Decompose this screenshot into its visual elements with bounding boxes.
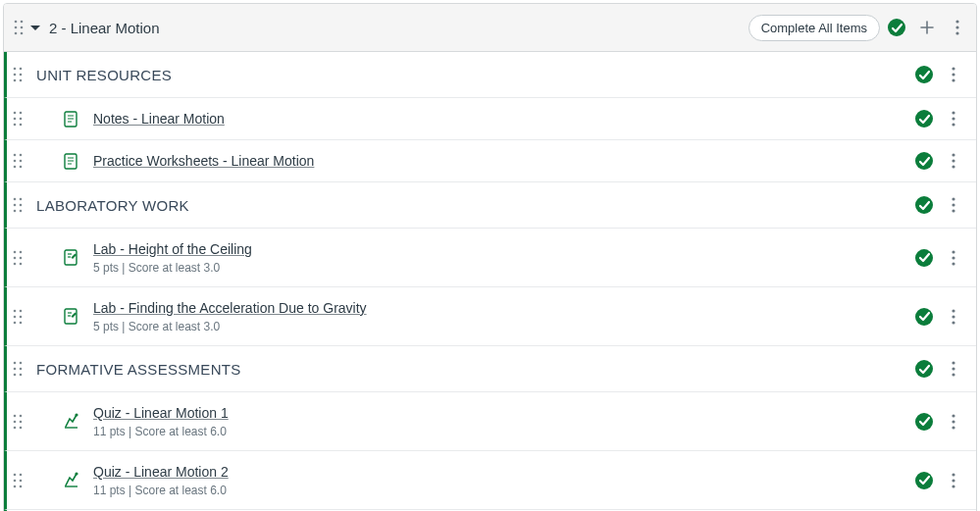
row-options-menu[interactable] [945, 360, 962, 378]
module-container: 2 - Linear Motion Complete All Items UNI… [3, 3, 977, 511]
drag-handle-icon[interactable] [7, 110, 25, 128]
page-icon [58, 111, 83, 128]
complete-badge [915, 152, 933, 170]
subheader-label: LABORATORY WORK [25, 197, 189, 214]
row-actions [915, 196, 966, 214]
drag-handle-icon[interactable] [7, 66, 25, 83]
row-actions [915, 360, 966, 378]
collapse-toggle[interactable] [27, 22, 43, 33]
module-item: Lab - Finding the Acceleration Due to Gr… [4, 287, 976, 346]
row-actions [915, 472, 966, 489]
row-options-menu[interactable] [945, 152, 962, 170]
item-meta: 5 pts | Score at least 3.0 [93, 261, 915, 275]
module-complete-badge [888, 19, 905, 36]
drag-handle-icon[interactable] [7, 472, 25, 489]
module-header-actions: Complete All Items [748, 14, 966, 41]
drag-handle-icon[interactable] [7, 249, 25, 267]
row-options-menu[interactable] [945, 472, 962, 489]
subheader-row: FORMATIVE ASSESSMENTS [4, 346, 976, 392]
module-item: Practice Worksheets - Linear Motion [4, 140, 976, 182]
complete-badge [915, 249, 933, 267]
complete-badge [915, 196, 933, 214]
drag-handle-icon[interactable] [7, 196, 25, 214]
complete-badge [915, 308, 933, 326]
item-meta: 11 pts | Score at least 6.0 [93, 425, 915, 438]
complete-badge [915, 472, 933, 489]
subheader-label: UNIT RESOURCES [25, 67, 172, 83]
row-actions [915, 152, 966, 170]
quiz-icon [58, 472, 83, 488]
complete-badge [915, 413, 933, 431]
item-meta: 11 pts | Score at least 6.0 [93, 484, 915, 497]
complete-badge [915, 360, 933, 378]
item-title-link[interactable]: Quiz - Linear Motion 2 [93, 464, 229, 480]
row-options-menu[interactable] [945, 413, 962, 431]
row-actions [915, 413, 966, 431]
page-icon [58, 153, 83, 170]
module-item: Quiz - Linear Motion 1 11 pts | Score at… [4, 392, 976, 451]
drag-handle-icon[interactable] [10, 19, 27, 36]
drag-handle-icon[interactable] [7, 360, 25, 378]
drag-handle-icon[interactable] [7, 413, 25, 431]
row-options-menu[interactable] [945, 196, 962, 214]
module-header: 2 - Linear Motion Complete All Items [4, 4, 976, 52]
row-options-menu[interactable] [945, 66, 962, 83]
module-item: Quiz - Linear Motion 2 11 pts | Score at… [4, 451, 976, 510]
assignment-icon [58, 249, 83, 266]
assignment-icon [58, 308, 83, 325]
row-options-menu[interactable] [945, 110, 962, 128]
row-actions [915, 249, 966, 267]
complete-badge [915, 110, 933, 128]
subheader-row: LABORATORY WORK [4, 182, 976, 229]
module-body: UNIT RESOURCES Notes - Linear Motion [4, 52, 976, 511]
module-item: Lab - Height of the Ceiling 5 pts | Scor… [4, 229, 976, 287]
quiz-icon [58, 413, 83, 430]
module-item: Notes - Linear Motion [4, 98, 976, 140]
item-title-link[interactable]: Lab - Finding the Acceleration Due to Gr… [93, 300, 367, 316]
module-options-menu[interactable] [949, 19, 966, 36]
row-options-menu[interactable] [945, 308, 962, 326]
add-item-button[interactable] [913, 14, 941, 41]
complete-badge [915, 66, 933, 83]
drag-handle-icon[interactable] [7, 308, 25, 326]
item-title-link[interactable]: Practice Worksheets - Linear Motion [93, 153, 314, 169]
item-title-link[interactable]: Lab - Height of the Ceiling [93, 241, 252, 257]
row-options-menu[interactable] [945, 249, 962, 267]
complete-all-button[interactable]: Complete All Items [748, 15, 880, 41]
item-title-link[interactable]: Notes - Linear Motion [93, 111, 225, 127]
item-meta: 5 pts | Score at least 3.0 [93, 320, 915, 333]
item-title-link[interactable]: Quiz - Linear Motion 1 [93, 405, 229, 421]
subheader-label: FORMATIVE ASSESSMENTS [25, 361, 241, 378]
row-actions [915, 66, 966, 83]
subheader-row: UNIT RESOURCES [4, 52, 976, 98]
row-actions [915, 110, 966, 128]
drag-handle-icon[interactable] [7, 152, 25, 170]
module-title: 2 - Linear Motion [43, 20, 748, 36]
row-actions [915, 308, 966, 326]
